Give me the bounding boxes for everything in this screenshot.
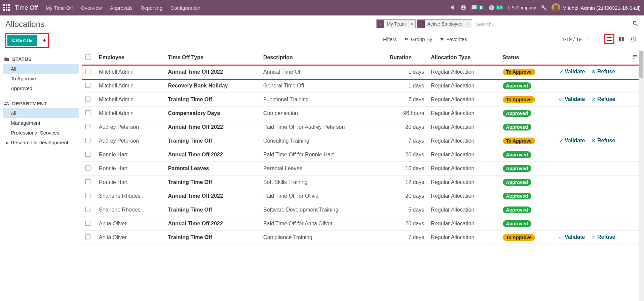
row-checkbox[interactable]: [85, 221, 90, 226]
app-title[interactable]: Time Off: [15, 4, 38, 11]
import-icon[interactable]: [42, 37, 47, 44]
debug-icon[interactable]: [450, 5, 456, 11]
nav-my-time-off[interactable]: My Time Off: [46, 5, 73, 11]
cell-description: Consulting Training: [260, 134, 386, 148]
row-checkbox[interactable]: [85, 234, 90, 239]
table-row[interactable]: Audrey Peterson Annual Time Off 2022 Pai…: [82, 120, 644, 134]
nav-overview[interactable]: Overview: [81, 5, 102, 11]
folder-icon: [4, 57, 9, 62]
sidebar-dept-all[interactable]: All: [3, 108, 79, 118]
create-button[interactable]: CREATE: [7, 35, 37, 46]
table-row[interactable]: Mitchell Admin Compensatory Days Compens…: [82, 107, 644, 120]
company-switcher[interactable]: US Company: [508, 5, 536, 10]
table-row[interactable]: Anita Oliver Annual Time Off 2022 Paid T…: [82, 217, 644, 231]
cell-actions: [555, 176, 629, 189]
row-checkbox[interactable]: [85, 124, 90, 129]
sidebar-status-to-approve[interactable]: To Approve: [3, 74, 79, 83]
cell-employee: Mitchell Admin: [96, 65, 165, 79]
nav-reporting[interactable]: Reporting: [141, 5, 162, 11]
activity-view-button[interactable]: [629, 34, 639, 44]
apps-icon[interactable]: [3, 4, 10, 11]
status-badge: Approved: [503, 110, 531, 117]
table-row[interactable]: Ronnie Hart Training Time Off Soft Skill…: [82, 176, 644, 189]
cell-employee: Mitchell Admin: [96, 79, 165, 93]
validate-button[interactable]: Validate: [559, 96, 585, 102]
cell-description: Functional Training: [260, 93, 386, 107]
row-checkbox[interactable]: [85, 138, 90, 143]
col-employee[interactable]: Employee: [96, 50, 165, 65]
user-menu[interactable]: Mitchell Admin (21490321-16-0-all): [552, 3, 641, 12]
tools-icon[interactable]: [541, 5, 547, 11]
facet-remove[interactable]: ×: [465, 21, 472, 27]
filter-icon: [377, 20, 384, 28]
activities-icon[interactable]: 50: [489, 5, 503, 11]
company-name: US Company: [508, 5, 536, 10]
refuse-button[interactable]: Refuse: [591, 138, 615, 144]
avatar: [552, 3, 560, 12]
sidebar-status-approved[interactable]: Approved: [3, 83, 79, 93]
col-description[interactable]: Description: [260, 50, 386, 65]
list-view-button[interactable]: [604, 34, 614, 44]
refuse-button[interactable]: Refuse: [591, 69, 615, 75]
row-checkbox[interactable]: [85, 97, 90, 102]
cell-employee: Ronnie Hart: [96, 162, 165, 176]
refuse-button[interactable]: Refuse: [591, 96, 615, 102]
row-checkbox[interactable]: [85, 152, 90, 157]
filter-icon: [417, 20, 425, 28]
cell-description: Soft Skills Training: [260, 176, 386, 189]
cell-actions: [555, 189, 629, 203]
pager[interactable]: 1-19 / 19: [562, 36, 581, 42]
status-badge: Approved: [503, 179, 531, 186]
row-checkbox[interactable]: [85, 179, 90, 184]
people-icon: [4, 101, 9, 106]
cell-status: Approved: [499, 217, 555, 231]
row-checkbox[interactable]: [85, 110, 90, 115]
scrollbar[interactable]: [639, 50, 644, 301]
cell-duration: 1 days: [386, 65, 428, 79]
row-checkbox[interactable]: [85, 193, 90, 198]
filters-button[interactable]: Filters: [376, 36, 397, 42]
sidebar-dept-professional-services[interactable]: Professional Services: [3, 128, 79, 138]
cell-allocation-type: Regular Allocation: [427, 189, 499, 203]
col-type[interactable]: Time Off Type: [165, 50, 260, 65]
pager-prev[interactable]: ‹: [586, 36, 591, 42]
nav-configuration[interactable]: Configuration: [171, 5, 200, 11]
table-row[interactable]: Anita Oliver Training Time Off Complianc…: [82, 231, 644, 244]
table-row[interactable]: Mitchell Admin Annual Time Off 2022 Annu…: [82, 65, 644, 79]
col-allocation-type[interactable]: Allocation Type: [427, 50, 499, 65]
scrollbar-thumb[interactable]: [639, 51, 643, 78]
sidebar-status-all[interactable]: All: [3, 64, 79, 74]
cell-allocation-type: Regular Allocation: [427, 107, 499, 120]
row-checkbox[interactable]: [85, 165, 90, 171]
table-row[interactable]: Mitchell Admin Recovery Bank Holiday Gen…: [82, 79, 644, 93]
kanban-view-button[interactable]: [616, 34, 627, 44]
refuse-button[interactable]: Refuse: [591, 234, 615, 240]
group-by-button[interactable]: Group By: [404, 36, 432, 42]
validate-button[interactable]: Validate: [559, 234, 585, 240]
table-row[interactable]: Ronnie Hart Parental Leaves Parental Lea…: [82, 162, 644, 176]
search-icon[interactable]: [632, 20, 639, 28]
support-icon[interactable]: [460, 5, 466, 11]
nav-approvals[interactable]: Approvals: [110, 5, 132, 11]
sidebar-dept-research-dev[interactable]: ▸Research & Development: [3, 138, 79, 148]
col-status[interactable]: Status: [499, 50, 555, 65]
optional-columns-icon[interactable]: [633, 55, 638, 61]
search-input[interactable]: [473, 20, 632, 28]
pager-next[interactable]: ›: [595, 36, 600, 42]
table-row[interactable]: Sharlene Rhodes Annual Time Off 2022 Pai…: [82, 189, 644, 203]
row-checkbox[interactable]: [85, 69, 90, 74]
row-checkbox[interactable]: [85, 83, 90, 88]
table-row[interactable]: Sharlene Rhodes Training Time Off Softwa…: [82, 203, 644, 217]
table-row[interactable]: Mitchell Admin Training Time Off Functio…: [82, 93, 644, 107]
table-row[interactable]: Audrey Peterson Training Time Off Consul…: [82, 134, 644, 148]
select-all-checkbox[interactable]: [85, 54, 90, 60]
row-checkbox[interactable]: [85, 207, 90, 212]
validate-button[interactable]: Validate: [559, 138, 585, 144]
validate-button[interactable]: Validate: [559, 69, 585, 75]
table-row[interactable]: Ronnie Hart Annual Time Off 2022 Paid Ti…: [82, 148, 644, 162]
favorites-button[interactable]: Favorites: [440, 36, 467, 42]
sidebar-dept-management[interactable]: Management: [3, 118, 79, 128]
facet-remove[interactable]: ×: [409, 21, 415, 27]
messages-icon[interactable]: 6: [471, 5, 484, 11]
col-duration[interactable]: Duration: [386, 50, 428, 65]
